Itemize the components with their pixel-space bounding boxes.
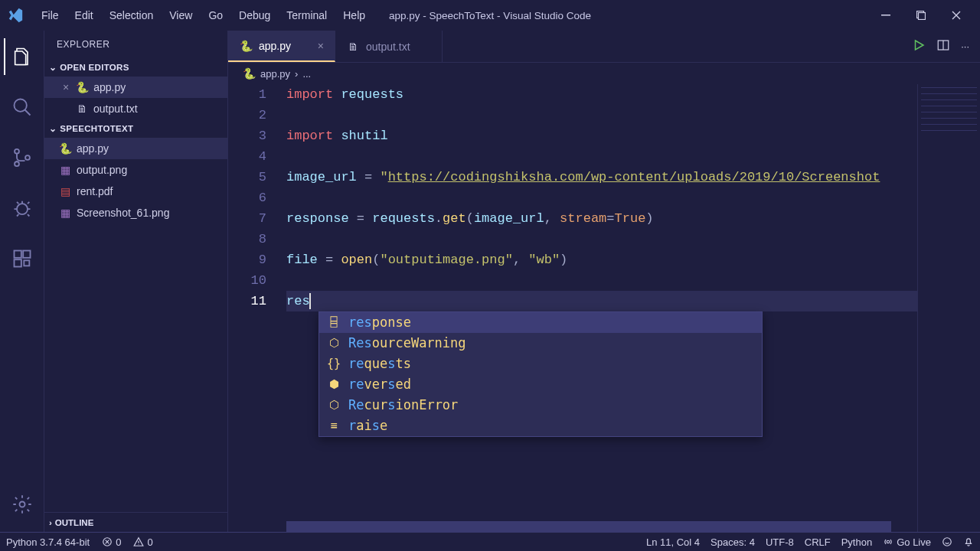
file-tree-item[interactable]: ▤ rent.pdf <box>44 181 227 202</box>
breadcrumb-more: ... <box>302 68 311 80</box>
status-feedback-icon[interactable] <box>942 536 952 547</box>
status-indentation[interactable]: Spaces: 4 <box>710 536 755 548</box>
code-editor[interactable]: 1 2 3 4 5 6 7 8 9 10 11 import requests … <box>228 84 980 532</box>
minimize-button[interactable] <box>868 0 903 31</box>
minimap-content <box>921 87 977 133</box>
svg-point-3 <box>14 99 26 112</box>
menu-view[interactable]: View <box>162 5 200 26</box>
window-controls <box>868 0 974 31</box>
suggest-item[interactable]: ⌸ response <box>319 312 762 333</box>
open-editor-item[interactable]: 🗎 output.txt <box>44 98 227 119</box>
breadcrumb[interactable]: 🐍 app.py › ... <box>228 63 980 84</box>
open-editors-header[interactable]: ⌄ OPEN EDITORS <box>44 58 227 77</box>
tab-app-py[interactable]: 🐍 app.py × <box>228 31 335 62</box>
close-button[interactable] <box>939 0 974 31</box>
editor-area: 🐍 app.py × 🗎 output.txt ··· 🐍 app.py › .… <box>228 31 980 532</box>
class-icon: ⬡ <box>327 395 341 416</box>
open-editors-label: OPEN EDITORS <box>60 63 129 72</box>
run-icon[interactable] <box>912 38 926 54</box>
chevron-down-icon: ⌄ <box>49 123 57 134</box>
menu-help[interactable]: Help <box>335 5 373 26</box>
python-file-icon: 🐍 <box>242 67 256 80</box>
pdf-file-icon: ▤ <box>58 184 72 198</box>
status-eol[interactable]: CRLF <box>805 536 831 548</box>
status-warnings[interactable]: 0 <box>133 536 152 548</box>
suggest-item[interactable]: ⬢ reversed <box>319 374 762 395</box>
menu-terminal[interactable]: Terminal <box>279 5 335 26</box>
suggest-item[interactable]: ⬡ ResourceWarning <box>319 333 762 354</box>
scrollbar-thumb[interactable] <box>286 521 891 532</box>
status-notifications-icon[interactable] <box>963 536 974 547</box>
horizontal-scrollbar[interactable] <box>286 521 854 532</box>
text-file-icon: 🗎 <box>346 40 360 54</box>
status-go-live[interactable]: Go Live <box>883 536 931 548</box>
suggest-item[interactable]: ⬡ RecursionError <box>319 395 762 416</box>
text-cursor <box>309 293 311 309</box>
status-language[interactable]: Python <box>841 536 872 548</box>
window-title: app.py - SpeechToText - Visual Studio Co… <box>389 10 591 21</box>
split-editor-icon[interactable] <box>936 38 950 54</box>
menu-edit[interactable]: Edit <box>67 5 101 26</box>
chevron-right-icon: › <box>49 518 52 527</box>
menu-debug[interactable]: Debug <box>231 5 278 26</box>
titlebar: File Edit Selection View Go Debug Termin… <box>0 0 980 31</box>
close-icon[interactable]: × <box>63 81 69 93</box>
settings-gear-icon[interactable] <box>4 486 41 523</box>
module-icon: {} <box>327 354 341 374</box>
svg-point-4 <box>15 149 19 154</box>
status-bar: Python 3.7.4 64-bit 0 0 Ln 11, Col 4 Spa… <box>0 532 980 551</box>
debug-icon[interactable] <box>4 190 41 227</box>
suggest-item[interactable]: ≡ raise <box>319 416 762 436</box>
tab-output-txt[interactable]: 🗎 output.txt <box>335 31 443 62</box>
suggest-item[interactable]: {} requests <box>319 354 762 374</box>
svg-rect-10 <box>14 259 21 266</box>
svg-point-7 <box>17 204 28 214</box>
svg-rect-0 <box>881 15 890 16</box>
status-python-version[interactable]: Python 3.7.4 64-bit <box>6 536 90 548</box>
svg-point-5 <box>15 161 19 166</box>
svg-point-16 <box>943 538 952 546</box>
breadcrumb-file: app.py <box>260 68 290 80</box>
file-name: Screenshot_61.png <box>77 207 169 219</box>
file-name: app.py <box>93 81 126 93</box>
suggest-widget[interactable]: ⌸ response ⬡ ResourceWarning {} requests… <box>318 311 763 437</box>
maximize-button[interactable] <box>903 0 939 31</box>
code-content[interactable]: import requests import shutil image_url … <box>286 84 917 532</box>
minimap[interactable] <box>917 84 980 532</box>
source-control-icon[interactable] <box>4 139 41 176</box>
vscode-logo-icon <box>6 6 24 24</box>
status-encoding[interactable]: UTF-8 <box>766 536 794 548</box>
chevron-down-icon: ⌄ <box>49 62 57 73</box>
file-tree-item[interactable]: ▦ output.png <box>44 159 227 181</box>
file-name: output.png <box>77 164 127 176</box>
close-icon[interactable]: × <box>318 40 324 52</box>
open-editor-item[interactable]: × 🐍 app.py <box>44 77 227 98</box>
workspace-label: SPEECHTOTEXT <box>60 124 133 133</box>
more-icon[interactable]: ··· <box>961 41 969 52</box>
outline-header[interactable]: › OUTLINE <box>44 512 227 532</box>
menu-selection[interactable]: Selection <box>102 5 162 26</box>
explorer-icon[interactable] <box>4 38 41 75</box>
editor-actions: ··· <box>901 31 980 62</box>
status-cursor-position[interactable]: Ln 11, Col 4 <box>646 536 700 548</box>
variable-icon: ⌸ <box>327 312 341 333</box>
keyword-icon: ≡ <box>327 416 341 436</box>
search-icon[interactable] <box>4 89 41 126</box>
workspace-header[interactable]: ⌄ SPEECHTOTEXT <box>44 119 227 138</box>
file-tree-item[interactable]: 🐍 app.py <box>44 138 227 159</box>
file-tree-item[interactable]: ▦ Screenshot_61.png <box>44 202 227 223</box>
python-file-icon: 🐍 <box>75 80 89 94</box>
activity-bar <box>0 31 44 532</box>
extensions-icon[interactable] <box>4 240 41 277</box>
text-file-icon: 🗎 <box>75 102 89 116</box>
status-problems[interactable]: 0 <box>102 536 121 548</box>
sidebar: EXPLORER ⌄ OPEN EDITORS × 🐍 app.py 🗎 out… <box>44 31 228 532</box>
line-gutter: 1 2 3 4 5 6 7 8 9 10 11 <box>228 84 286 532</box>
svg-rect-9 <box>23 251 30 258</box>
menu-file[interactable]: File <box>34 5 67 26</box>
editor-tabs: 🐍 app.py × 🗎 output.txt ··· <box>228 31 980 63</box>
menu-go[interactable]: Go <box>201 5 230 26</box>
tab-label: output.txt <box>366 41 410 53</box>
file-name: rent.pdf <box>77 185 113 197</box>
svg-rect-11 <box>24 260 29 266</box>
